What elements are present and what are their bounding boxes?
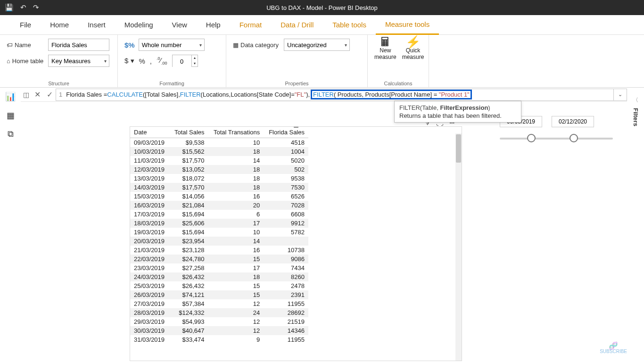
undo-icon[interactable]: ↶ [20, 3, 26, 12]
report-canvas: ⧩ ⛶ ··· DateTotal SalesTotal Transations… [28, 103, 620, 361]
table-row[interactable]: 26/03/2019$74,121152391 [130, 290, 308, 299]
tab-file[interactable]: File [10, 15, 41, 35]
formula-commit-button[interactable]: ✓ [43, 88, 56, 102]
ribbon-group-properties: ▦ Data category Properties [226, 35, 368, 87]
filters-pane-label: Filters [632, 108, 639, 126]
scrollbar-thumb[interactable] [456, 134, 461, 163]
tab-format[interactable]: Format [230, 15, 272, 35]
decimals-up[interactable]: ▴ [192, 55, 198, 61]
group-label-formatting: Formatting [124, 81, 219, 86]
model-view-icon[interactable]: ⧉ [8, 129, 14, 139]
datacategory-label: ▦ Data category [233, 41, 280, 49]
ribbon-body: 🏷 Name ⌂ Home table Structure $% $ ▾ % ,… [0, 35, 644, 88]
column-header[interactable]: Date [130, 127, 170, 138]
table-row[interactable]: 31/03/2019$33,474911955 [130, 335, 308, 344]
group-label-calculations: Calculations [374, 81, 422, 86]
report-view-icon[interactable]: 📊 [5, 91, 16, 102]
currency-icon[interactable]: $ ▾ [124, 57, 134, 65]
tab-tabletools[interactable]: Table tools [323, 15, 376, 35]
datacategory-select[interactable] [284, 39, 350, 51]
data-view-icon[interactable]: ▦ [7, 110, 15, 121]
percent-icon[interactable]: % [139, 57, 145, 65]
formula-editor[interactable]: 1 Florida Sales = CALCULATE( [Total Sale… [56, 89, 614, 101]
tab-help[interactable]: Help [197, 15, 230, 35]
quick-measure-icon: ⚡ [405, 39, 421, 45]
scrollbar-vertical[interactable] [455, 133, 462, 361]
name-label: 🏷 Name [7, 41, 44, 49]
tab-view[interactable]: View [163, 15, 197, 35]
table-row[interactable]: 17/03/2019$15,69466608 [130, 210, 308, 219]
subscribe-watermark: 🧬 SUBSCRIBE [600, 343, 627, 354]
ribbon-group-calculations: 🖩 New measure ⚡ Quick measure Calculatio… [368, 35, 429, 87]
group-label-properties: Properties [233, 81, 361, 86]
table-row[interactable]: 24/03/2019$26,432188260 [130, 272, 308, 281]
format-icon: $% [124, 41, 135, 49]
hometable-select[interactable] [48, 55, 109, 67]
name-input[interactable] [48, 39, 109, 51]
formula-highlight: FILTER( Products, Products[Product Name]… [311, 90, 472, 99]
decimals-down[interactable]: ▾ [192, 61, 198, 66]
table-row[interactable]: 15/03/2019$14,056166526 [130, 192, 308, 201]
table-row[interactable]: 27/03/2019$57,3841211955 [130, 299, 308, 308]
calculator-icon: 🖩 [379, 39, 391, 45]
tab-home[interactable]: Home [41, 15, 78, 35]
table-row[interactable]: 18/03/2019$25,606179912 [130, 219, 308, 228]
slider-handle-end[interactable] [570, 134, 578, 142]
quick-measure-button[interactable]: ⚡ Quick measure [402, 39, 424, 60]
table-row[interactable]: 10/03/2019$15,562181004 [130, 147, 308, 156]
table-row[interactable]: 28/03/2019$124,3322428692 [130, 308, 308, 317]
tab-datadrill[interactable]: Data / Drill [271, 15, 323, 35]
table-visual[interactable]: DateTotal SalesTotal TransationsFlorida … [130, 126, 462, 361]
column-header[interactable]: Total Transations [208, 127, 264, 138]
save-icon[interactable]: 💾 [5, 3, 14, 12]
ribbon-tabs: File Home Insert Modeling View Help Form… [0, 15, 644, 35]
filters-pane-collapsed[interactable]: 〈 Filters [627, 88, 644, 362]
ribbon-group-formatting: $% $ ▾ % , .0⁄.00 ▴▾ Formatting [118, 35, 226, 87]
new-measure-button[interactable]: 🖩 New measure [374, 39, 396, 60]
table-row[interactable]: 25/03/2019$26,432152478 [130, 281, 308, 290]
thousands-icon[interactable]: , [150, 57, 152, 65]
chevron-left-icon[interactable]: 〈 [633, 96, 638, 104]
formula-expand-button[interactable]: ⌄ [614, 89, 627, 101]
column-header[interactable]: Total Sales [170, 127, 208, 138]
column-header[interactable]: Florida Sales [264, 127, 308, 138]
table-row[interactable]: 09/03/2019$9,538104518 [130, 138, 308, 148]
tab-insert[interactable]: Insert [78, 15, 115, 35]
tab-measuretools[interactable]: Measure tools [376, 15, 439, 35]
table-row[interactable]: 14/03/2019$17,570187530 [130, 183, 308, 192]
title-bar: 💾 ↶ ↷ UBG to DAX - Model - Power BI Desk… [0, 0, 644, 15]
table-row[interactable]: 30/03/2019$40,6471214346 [130, 326, 308, 335]
format-select[interactable] [139, 39, 205, 51]
slicer-end-date[interactable] [552, 116, 594, 127]
table-row[interactable]: 23/03/2019$27,258177434 [130, 263, 308, 272]
tab-modeling[interactable]: Modeling [115, 15, 163, 35]
table-row[interactable]: 12/03/2019$13,05218502 [130, 165, 308, 174]
table-row[interactable]: 16/03/2019$21,084207028 [130, 201, 308, 210]
formula-bar: ◫ ✕ ✓ 1 Florida Sales = CALCULATE( [Tota… [21, 88, 627, 102]
decimals-icon[interactable]: .0⁄.00 [157, 56, 167, 66]
hometable-label: ⌂ Home table [7, 58, 44, 65]
slider-handle-start[interactable] [527, 134, 536, 142]
table-row[interactable]: 20/03/2019$23,95414 [130, 237, 308, 246]
view-switcher: 📊 ▦ ⧉ [0, 88, 21, 362]
table-row[interactable]: 11/03/2019$17,570145020 [130, 156, 308, 165]
table-row[interactable]: 29/03/2019$54,9931221519 [130, 317, 308, 326]
group-label-structure: Structure [7, 81, 111, 86]
ribbon-group-structure: 🏷 Name ⌂ Home table Structure [0, 35, 118, 87]
window-title: UBG to DAX - Model - Power BI Desktop [266, 4, 378, 11]
formula-cancel-button[interactable]: ✕ [31, 88, 43, 102]
intellisense-tooltip: FILTER(Table, FilterExpression) Returns … [394, 101, 521, 123]
table-row[interactable]: 13/03/2019$18,072189538 [130, 174, 308, 183]
redo-icon[interactable]: ↷ [33, 3, 39, 12]
table-row[interactable]: 22/03/2019$24,780159086 [130, 255, 308, 263]
formula-report-icon: ◫ [21, 88, 31, 102]
table-row[interactable]: 19/03/2019$15,694105782 [130, 228, 308, 237]
table-row[interactable]: 21/03/2019$23,1281610738 [130, 246, 308, 255]
slicer-slider[interactable] [500, 132, 613, 143]
decimals-input[interactable] [173, 55, 191, 67]
